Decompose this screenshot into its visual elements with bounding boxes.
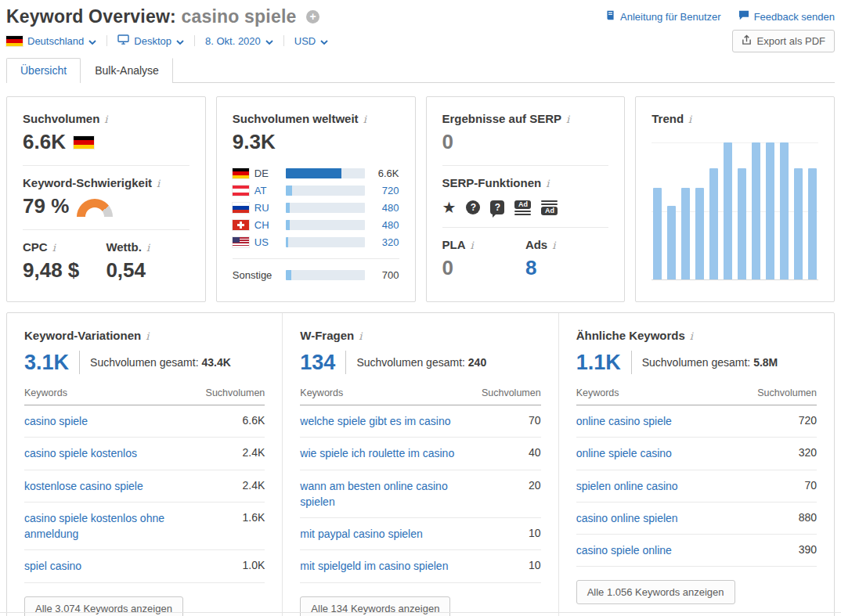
- table-row: casino online spielen880: [576, 503, 817, 535]
- table-row: casino spiele kostenlos2.4K: [24, 438, 265, 470]
- keyword-link[interactable]: spiel casino: [24, 558, 81, 574]
- geo-row-other: Sonstige 700: [233, 267, 399, 283]
- bottom-ads-icon[interactable]: Ad: [541, 200, 558, 215]
- tab-bulk-analyse[interactable]: Bulk-Analyse: [81, 58, 173, 83]
- trend-bar: [794, 168, 803, 279]
- keyword-link[interactable]: wie spiele ich roulette im casino: [300, 445, 454, 461]
- total-volume: Suchvolumen gesamt: 5.8M: [632, 356, 778, 369]
- top-ads-icon[interactable]: Ad: [514, 200, 531, 215]
- keyword-link[interactable]: spielen online casino: [576, 478, 678, 494]
- info-icon[interactable]: i: [146, 242, 150, 254]
- chevron-down-icon: [88, 35, 96, 47]
- volume-value: 390: [799, 542, 817, 556]
- section-stat: 1.1K Suchvolumen gesamt: 5.8M: [576, 351, 817, 374]
- filter-bar: Deutschland Desktop 8. Okt. 2020 USD: [6, 34, 835, 47]
- card-title: Ergebnisse auf SERPi: [442, 112, 609, 125]
- geo-value[interactable]: 720: [365, 185, 399, 196]
- keyword-link[interactable]: wann am besten online casino spielen: [300, 478, 482, 510]
- info-icon[interactable]: i: [157, 178, 160, 189]
- volume-value: 880: [799, 510, 817, 524]
- keyword-link[interactable]: welche spiele gibt es im casino: [300, 413, 450, 429]
- geo-code-link[interactable]: RU: [254, 202, 269, 214]
- info-icon[interactable]: i: [104, 113, 107, 125]
- people-also-ask-icon[interactable]: ?: [490, 200, 504, 214]
- table-row: casino spiele6.6K: [24, 405, 265, 438]
- flag-us-icon: [233, 237, 249, 247]
- ads-value[interactable]: 8: [525, 256, 608, 280]
- instant-answer-icon[interactable]: ?: [466, 200, 480, 214]
- keyword-link[interactable]: mit spielgeld im casino spielen: [300, 558, 448, 574]
- flag-de-icon: [74, 136, 94, 149]
- keyword-link[interactable]: mit paypal casino spielen: [300, 526, 422, 542]
- geo-value[interactable]: 480: [365, 219, 399, 231]
- geo-code-link[interactable]: US: [254, 236, 269, 248]
- user-manual-link[interactable]: Anleitung für Benutzer: [605, 10, 721, 23]
- trend-bar: [681, 188, 690, 279]
- info-icon[interactable]: i: [471, 240, 474, 251]
- total-volume: Suchvolumen gesamt: 240: [346, 356, 486, 369]
- cpc-block: CPCi 9,48 $: [23, 240, 106, 283]
- trend-bar: [738, 168, 746, 279]
- country-selector[interactable]: Deutschland: [6, 34, 96, 47]
- section-stat: 134 Suchvolumen gesamt: 240: [300, 351, 540, 374]
- header: Keyword Overview: casino spiele + Anleit…: [6, 6, 835, 27]
- serp-results-card: Ergebnisse auf SERPi 0 SERP-Funktioneni …: [426, 96, 626, 302]
- info-icon[interactable]: i: [146, 330, 149, 342]
- info-icon[interactable]: i: [363, 113, 366, 125]
- feedback-bubble-icon: [738, 10, 749, 23]
- keyword-link[interactable]: casino spiele kostenlos: [24, 445, 137, 461]
- table-row: spiel casino1.0K: [24, 550, 265, 582]
- keyword-variations-section: Keyword-Variationeni 3.1K Suchvolumen ge…: [7, 313, 282, 616]
- keyword-link[interactable]: casino spiele kostenlos ohne anmeldung: [24, 510, 206, 542]
- desktop-monitor-icon: [117, 34, 129, 47]
- keyword-link[interactable]: kostenlose casino spiele: [24, 478, 143, 494]
- device-selector[interactable]: Desktop: [117, 34, 184, 47]
- add-keyword-icon[interactable]: +: [306, 10, 319, 23]
- geo-row-ru: RU 480: [233, 200, 399, 216]
- info-icon[interactable]: i: [690, 330, 693, 342]
- trend-bar: [752, 142, 760, 279]
- show-all-keywords-button[interactable]: Alle 1.056 Keywords anzeigen: [576, 580, 735, 604]
- keyword-count: 1.1K: [576, 351, 632, 374]
- geo-value: 6.6K: [365, 168, 399, 179]
- keyword-link[interactable]: online casino spiele: [576, 413, 672, 429]
- table-row: online casino spiele720: [576, 405, 817, 438]
- keyword-link[interactable]: casino online spielen: [576, 510, 678, 526]
- geo-bar: [286, 237, 365, 247]
- table-row: mit spielgeld im casino spielen10: [300, 550, 540, 582]
- send-feedback-link[interactable]: Feedback senden: [738, 10, 835, 23]
- volume-value: 1.0K: [243, 558, 265, 571]
- geo-value[interactable]: 480: [365, 202, 399, 214]
- info-icon[interactable]: i: [546, 178, 549, 189]
- volume-value: 70: [804, 478, 817, 492]
- geo-row-at: AT 720: [233, 182, 399, 199]
- info-icon[interactable]: i: [566, 113, 569, 125]
- info-icon[interactable]: i: [552, 240, 555, 251]
- geo-bar: [286, 186, 365, 196]
- cpc-value: 9,48 $: [23, 258, 106, 283]
- info-icon[interactable]: i: [359, 330, 362, 342]
- show-all-keywords-button[interactable]: Alle 134 Keywords anzeigen: [300, 596, 450, 616]
- info-icon[interactable]: i: [688, 113, 691, 125]
- keyword-link[interactable]: casino spiele online: [576, 542, 672, 558]
- chevron-down-icon: [176, 35, 184, 47]
- geo-value[interactable]: 320: [365, 236, 399, 248]
- reviews-star-icon[interactable]: ★: [442, 200, 457, 215]
- date-selector[interactable]: 8. Okt. 2020: [205, 34, 273, 47]
- geo-code-link[interactable]: AT: [254, 185, 267, 196]
- keyword-link[interactable]: casino spiele: [24, 413, 88, 429]
- export-pdf-button[interactable]: Export als PDF: [732, 30, 835, 52]
- table-row: wie spiele ich roulette im casino40: [300, 438, 540, 470]
- table-header: KeywordsSuchvolumen: [24, 387, 265, 405]
- divider: [194, 35, 195, 46]
- competition-block: Wettb.i 0,54: [106, 240, 189, 283]
- keyword-link[interactable]: online spiele casino: [576, 445, 672, 461]
- volume-value: 10: [529, 526, 541, 539]
- geo-code-link[interactable]: CH: [254, 219, 269, 231]
- currency-selector[interactable]: USD: [294, 34, 328, 47]
- volume-value: 320: [799, 445, 817, 459]
- export-icon: [742, 34, 752, 48]
- show-all-keywords-button[interactable]: Alle 3.074 Keywords anzeigen: [24, 596, 183, 616]
- tab-uebersicht[interactable]: Übersicht: [6, 58, 81, 83]
- info-icon[interactable]: i: [52, 242, 56, 254]
